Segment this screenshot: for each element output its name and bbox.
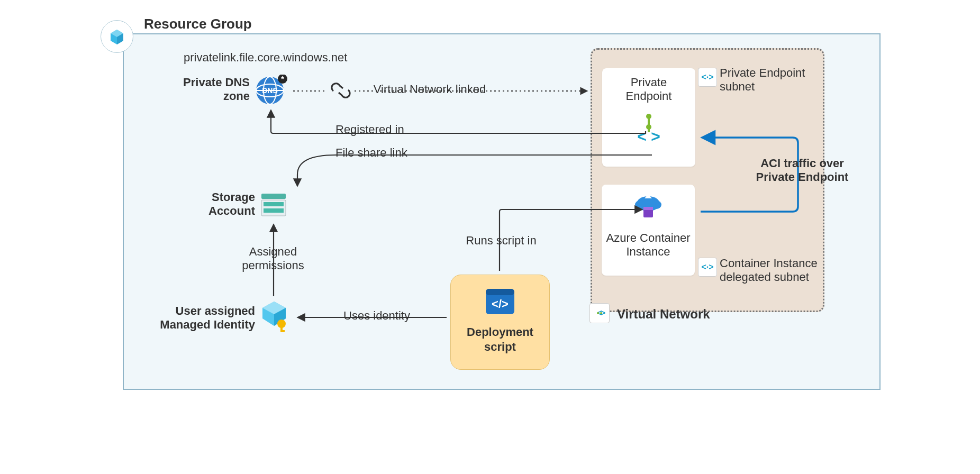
svg-rect-19: [280, 330, 285, 332]
resource-group-title: Resource Group: [144, 16, 252, 32]
svg-rect-12: [264, 202, 284, 206]
subnet-badge-pe-icon: <·>: [698, 68, 717, 87]
private-endpoint-label: Private Endpoint: [602, 76, 695, 104]
svg-point-17: [277, 320, 286, 328]
virtual-network-title: Virtual Network: [617, 307, 749, 322]
edge-assigned-permissions-label: Assigned permissions: [220, 245, 326, 273]
pe-subnet-caption: Private Endpoint subnet: [720, 66, 825, 94]
svg-marker-31: [645, 194, 652, 198]
ci-subnet-caption: Container Instance delegated subnet: [720, 257, 831, 285]
private-endpoint-icon: < >: [602, 113, 695, 148]
storage-account-icon: [259, 189, 289, 219]
deployment-script-title: Deployment script: [451, 325, 549, 354]
deployment-script-box: </> Deployment script: [450, 275, 550, 370]
private-dns-zone-title: Private DNS zone: [144, 76, 250, 104]
diagram-stage: Resource Group privatelink.file.core.win…: [86, 0, 894, 406]
svg-text:< >: < >: [637, 127, 660, 145]
svg-text:<·>: <·>: [701, 262, 713, 271]
managed-identity-title: User assigned Managed Identity: [123, 304, 255, 332]
svg-rect-10: [261, 194, 286, 199]
private-endpoint-subnet-box: Private Endpoint < >: [602, 68, 695, 167]
edge-vnet-linked-label: Virtual Network linked: [361, 83, 498, 96]
container-instance-subnet-box: Azure Container Instance: [602, 185, 695, 276]
svg-rect-33: [643, 207, 653, 210]
deployment-script-icon: </>: [484, 287, 516, 320]
svg-point-36: [597, 312, 599, 314]
container-instance-label: Azure Container Instance: [602, 231, 695, 259]
private-dns-domain-label: privatelink.file.core.windows.net: [184, 51, 406, 65]
edge-aci-traffic-label: ACI traffic over Private Endpoint: [739, 157, 866, 185]
container-instance-icon: [602, 192, 695, 224]
svg-point-24: [646, 114, 651, 119]
svg-rect-21: [486, 289, 514, 295]
storage-account-title: Storage Account: [160, 190, 255, 218]
svg-text:<·>: <·>: [701, 72, 713, 81]
edge-file-share-link-label: File share link: [335, 146, 441, 160]
managed-identity-icon: [259, 300, 289, 330]
subnet-badge-ci-icon: <·>: [698, 258, 717, 277]
svg-text:DNS: DNS: [262, 86, 278, 95]
virtual-network-icon: < >: [589, 303, 610, 323]
svg-text:>: >: [601, 308, 605, 317]
dns-zone-icon: DNS *: [254, 75, 284, 104]
edge-runs-script-in-label: Runs script in: [451, 234, 551, 248]
edge-registered-in-label: Registered in: [335, 123, 441, 136]
resource-group-icon: [101, 20, 133, 53]
svg-rect-13: [264, 208, 284, 213]
svg-text:</>: </>: [492, 297, 509, 311]
svg-text:*: *: [281, 75, 284, 83]
edge-uses-identity-label: Uses identity: [329, 309, 424, 323]
